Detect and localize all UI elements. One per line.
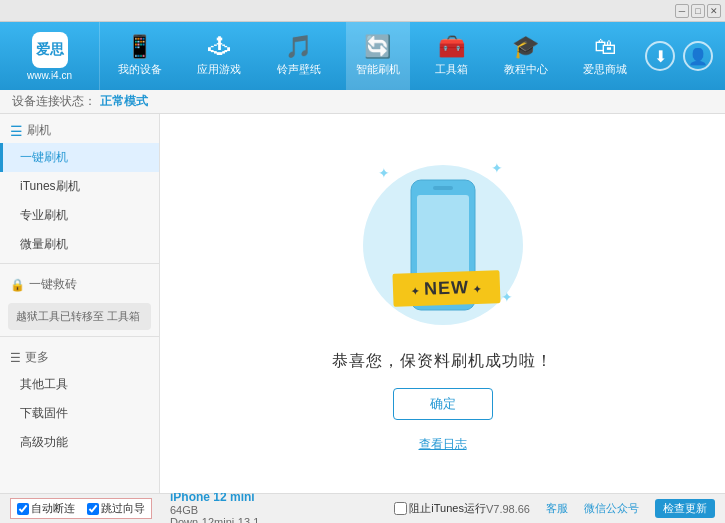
toolbox-icon: 🧰 [438,36,465,58]
download-button[interactable]: ⬇ [645,41,675,71]
ringtone-icon: 🎵 [285,36,312,58]
version-label: V7.98.66 [486,503,530,515]
sidebar-more-label: 更多 [25,349,49,366]
svg-rect-1 [417,195,469,283]
onekey-rescue-label: 一键救砖 [29,276,77,293]
nav-item-toolbox[interactable]: 🧰 工具箱 [425,22,478,90]
device-storage: 64GB [170,504,259,516]
confirm-button[interactable]: 确定 [393,388,493,420]
nav-item-smart-flash[interactable]: 🔄 智能刷机 [346,22,410,90]
svg-rect-3 [433,186,453,190]
sidebar-item-advanced[interactable]: 高级功能 [0,428,159,457]
flash-icon: 🔄 [364,36,391,58]
status-bar: 设备连接状态： 正常模式 [0,90,725,114]
hero-area: ✦ ✦ ✦ NEW 恭喜您，保资料 [332,155,553,453]
check-update-button[interactable]: 检查更新 [655,499,715,518]
sidebar-item-onekey-flash[interactable]: 一键刷机 [0,143,159,172]
sidebar-section-label: 刷机 [27,122,51,139]
nav-item-shop[interactable]: 🛍 爱思商城 [573,22,637,90]
minimize-button[interactable]: ─ [675,4,689,18]
auto-disconnect-input[interactable] [17,503,29,515]
nav-item-apps-games[interactable]: 🕹 应用游戏 [187,22,251,90]
logo-area: 爱思 www.i4.cn [0,22,100,90]
nav-item-label: 应用游戏 [197,62,241,77]
sidebar-info-box: 越狱工具已转移至 工具箱 [8,303,151,330]
flash-section-icon: ☰ [10,123,23,139]
content-area: ✦ ✦ ✦ NEW 恭喜您，保资料 [160,114,725,493]
nav-item-label: 智能刷机 [356,62,400,77]
sidebar-item-download-firmware[interactable]: 下载固件 [0,399,159,428]
skip-wizard-label: 跳过向导 [101,501,145,516]
support-link[interactable]: 客服 [546,501,568,516]
nav-item-my-device[interactable]: 📱 我的设备 [108,22,172,90]
bottombar-left: 自动断连 跳过向导 iPhone 12 mini 64GB Down-12min… [10,490,394,524]
bottom-bar: 自动断连 跳过向导 iPhone 12 mini 64GB Down-12min… [0,493,725,523]
more-icon: ☰ [10,351,21,365]
lock-icon: 🔒 [10,278,25,292]
maximize-button[interactable]: □ [691,4,705,18]
skip-wizard-input[interactable] [87,503,99,515]
nav-item-tutorial[interactable]: 🎓 教程中心 [494,22,558,90]
titlebar: ─ □ ✕ [0,0,725,22]
goto-log-link[interactable]: 查看日志 [419,436,467,453]
stop-itunes-label: 阻止iTunes运行 [409,501,486,516]
sidebar-item-itunes-flash[interactable]: iTunes刷机 [0,172,159,201]
sidebar-section-flash: ☰ 刷机 [0,114,159,143]
user-button[interactable]: 👤 [683,41,713,71]
checkbox-group: 自动断连 跳过向导 [10,498,152,519]
device-info: iPhone 12 mini 64GB Down-12mini-13,1 [162,490,259,524]
bottombar-right: V7.98.66 客服 微信公众号 检查更新 [486,499,715,518]
sparkle-1: ✦ [378,165,390,181]
sparkle-3: ✦ [501,289,513,305]
sidebar-item-pro-flash[interactable]: 专业刷机 [0,201,159,230]
tutorial-icon: 🎓 [512,36,539,58]
logo-icon: 爱思 [32,32,68,68]
device-model: Down-12mini-13,1 [170,516,259,524]
sidebar-divider-1 [0,263,159,264]
new-ribbon: NEW [392,270,500,307]
status-value: 正常模式 [100,93,148,110]
nav-item-label: 工具箱 [435,62,468,77]
phone-svg-container: NEW [403,175,483,315]
top-nav: 爱思 www.i4.cn 📱 我的设备 🕹 应用游戏 🎵 铃声壁纸 🔄 智能刷机… [0,22,725,90]
sidebar-onekey-rescue: 🔒 一键救砖 [0,268,159,297]
skip-wizard-checkbox[interactable]: 跳过向导 [87,501,145,516]
sidebar-item-micro-flash[interactable]: 微量刷机 [0,230,159,259]
phone-illustration: ✦ ✦ ✦ NEW [363,155,523,335]
main-layout: ☰ 刷机 一键刷机 iTunes刷机 专业刷机 微量刷机 🔒 一键救砖 越狱工具… [0,114,725,493]
success-text: 恭喜您，保资料刷机成功啦！ [332,351,553,372]
status-label: 设备连接状态： [12,93,96,110]
nav-item-label: 铃声壁纸 [277,62,321,77]
sidebar-section-more: ☰ 更多 [0,341,159,370]
stop-itunes: 阻止iTunes运行 [394,501,486,516]
stop-itunes-checkbox[interactable] [394,502,407,515]
sidebar-divider-2 [0,336,159,337]
logo-text: www.i4.cn [27,70,72,81]
nav-item-label: 我的设备 [118,62,162,77]
nav-right: ⬇ 👤 [645,41,725,71]
nav-item-label: 教程中心 [504,62,548,77]
sparkle-2: ✦ [491,160,503,176]
nav-items: 📱 我的设备 🕹 应用游戏 🎵 铃声壁纸 🔄 智能刷机 🧰 工具箱 🎓 教程中心… [100,22,645,90]
wechat-link[interactable]: 微信公众号 [584,501,639,516]
shop-icon: 🛍 [594,36,616,58]
auto-disconnect-checkbox[interactable]: 自动断连 [17,501,75,516]
auto-disconnect-label: 自动断连 [31,501,75,516]
nav-item-label: 爱思商城 [583,62,627,77]
phone-icon: 📱 [126,36,153,58]
close-button[interactable]: ✕ [707,4,721,18]
nav-item-ringtones[interactable]: 🎵 铃声壁纸 [267,22,331,90]
sidebar-item-other-tools[interactable]: 其他工具 [0,370,159,399]
apps-icon: 🕹 [208,36,230,58]
sidebar: ☰ 刷机 一键刷机 iTunes刷机 专业刷机 微量刷机 🔒 一键救砖 越狱工具… [0,114,160,493]
